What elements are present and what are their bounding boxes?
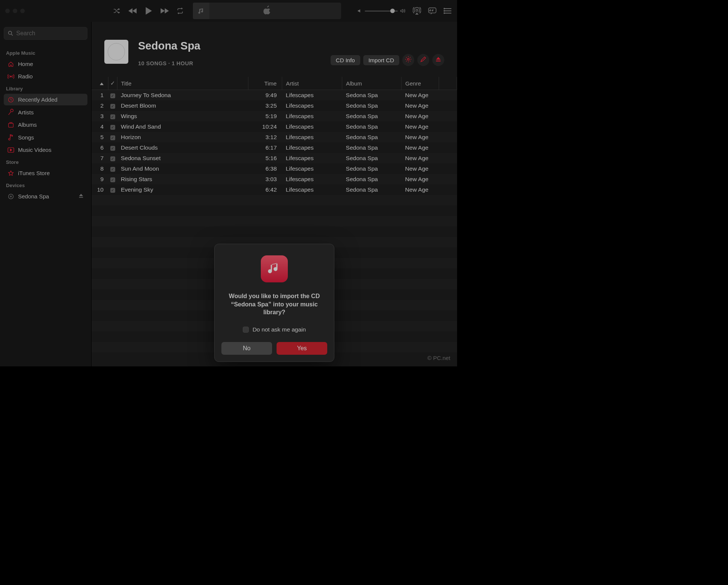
clock-icon xyxy=(8,97,14,103)
next-icon[interactable] xyxy=(160,8,169,14)
svg-point-4 xyxy=(444,13,445,14)
col-number[interactable] xyxy=(92,77,108,90)
table-row[interactable]: 5✓Horizon3:12LifescapesSedona SpaNew Age xyxy=(92,132,457,142)
col-title[interactable]: Title xyxy=(117,77,248,90)
sidebar-item-albums[interactable]: Albums xyxy=(4,119,87,130)
track-genre: New Age xyxy=(402,132,439,142)
radio-icon xyxy=(8,74,14,79)
table-row[interactable]: 2✓Desert Bloom3:25LifescapesSedona SpaNe… xyxy=(92,100,457,111)
edit-button[interactable] xyxy=(417,54,429,66)
track-genre: New Age xyxy=(402,164,439,174)
eject-icon xyxy=(435,57,441,63)
table-row[interactable]: 10✓Evening Sky6:42LifescapesSedona SpaNe… xyxy=(92,184,457,195)
now-playing-artwork xyxy=(193,3,209,19)
track-checked[interactable]: ✓ xyxy=(108,100,117,111)
play-icon[interactable] xyxy=(145,7,152,15)
search-field[interactable] xyxy=(4,27,87,40)
settings-button[interactable] xyxy=(402,54,414,66)
window-controls[interactable] xyxy=(5,9,25,13)
sidebar-item-recently-added[interactable]: Recently Added xyxy=(4,94,87,105)
table-row[interactable]: 3✓Wings5:19LifescapesSedona SpaNew Age xyxy=(92,111,457,122)
track-album: Sedona Spa xyxy=(342,111,402,122)
track-checked[interactable]: ✓ xyxy=(108,111,117,122)
table-row[interactable]: 7✓Sedona Sunset5:16LifescapesSedona SpaN… xyxy=(92,153,457,164)
col-time[interactable]: Time xyxy=(248,77,282,90)
queue-icon[interactable] xyxy=(444,8,452,14)
yes-button[interactable]: Yes xyxy=(277,342,327,355)
sidebar-item-label: Albums xyxy=(18,122,37,128)
album-title: Sedona Spa xyxy=(138,40,200,52)
search-input[interactable] xyxy=(16,30,83,37)
svg-point-2 xyxy=(444,8,445,9)
sidebar-item-label: Sedona Spa xyxy=(18,193,49,200)
do-not-ask-label: Do not ask me again xyxy=(253,326,306,333)
previous-icon[interactable] xyxy=(128,8,137,14)
track-checked[interactable]: ✓ xyxy=(108,164,117,174)
table-row[interactable]: 6✓Desert Clouds6:17LifescapesSedona SpaN… xyxy=(92,142,457,153)
table-row[interactable]: 1✓Journey To Sedona9:49LifescapesSedona … xyxy=(92,90,457,100)
track-artist: Lifescapes xyxy=(282,164,342,174)
track-genre: New Age xyxy=(402,142,439,153)
lyrics-icon[interactable] xyxy=(428,7,437,15)
svg-point-3 xyxy=(444,10,445,11)
track-time: 3:25 xyxy=(248,100,282,111)
shuffle-icon[interactable] xyxy=(113,8,121,14)
track-checked[interactable]: ✓ xyxy=(108,142,117,153)
track-time: 3:03 xyxy=(248,174,282,184)
sidebar-item-music-videos[interactable]: Music Videos xyxy=(4,144,87,156)
col-checked[interactable]: ✓ xyxy=(108,77,117,90)
sidebar-item-songs[interactable]: Songs xyxy=(4,131,87,143)
track-checked[interactable]: ✓ xyxy=(108,153,117,164)
track-artist: Lifescapes xyxy=(282,122,342,132)
do-not-ask-checkbox[interactable] xyxy=(243,327,249,333)
volume-slider[interactable] xyxy=(357,8,406,14)
table-row[interactable]: 8✓Sun And Moon6:38LifescapesSedona SpaNe… xyxy=(92,164,457,174)
track-album: Sedona Spa xyxy=(342,153,402,164)
track-number: 9 xyxy=(92,174,108,184)
track-genre: New Age xyxy=(402,111,439,122)
svg-point-11 xyxy=(9,194,14,199)
sidebar-item-cd[interactable]: Sedona Spa xyxy=(4,190,87,202)
track-number: 2 xyxy=(92,100,108,111)
track-title: Desert Bloom xyxy=(117,100,248,111)
track-time: 10:24 xyxy=(248,122,282,132)
video-icon xyxy=(8,147,14,153)
track-album: Sedona Spa xyxy=(342,164,402,174)
sidebar-item-itunes-store[interactable]: iTunes Store xyxy=(4,167,87,179)
track-number: 1 xyxy=(92,90,108,100)
star-icon xyxy=(8,170,14,176)
cd-info-button[interactable]: CD Info xyxy=(331,55,360,65)
table-row[interactable]: 9✓Rising Stars3:03LifescapesSedona SpaNe… xyxy=(92,174,457,184)
sidebar-item-radio[interactable]: Radio xyxy=(4,70,87,82)
volume-min-icon xyxy=(357,8,362,14)
volume-max-icon xyxy=(400,8,406,14)
eject-button[interactable] xyxy=(432,54,444,66)
col-extra[interactable] xyxy=(439,77,457,90)
track-checked[interactable]: ✓ xyxy=(108,184,117,195)
col-album[interactable]: Album xyxy=(342,77,402,90)
svg-point-5 xyxy=(8,31,12,34)
eject-icon[interactable] xyxy=(78,193,84,200)
dialog-message: Would you like to import the CD “Sedona … xyxy=(221,292,327,316)
track-time: 5:16 xyxy=(248,153,282,164)
repeat-icon[interactable] xyxy=(176,8,184,14)
track-checked[interactable]: ✓ xyxy=(108,132,117,142)
track-time: 9:49 xyxy=(248,90,282,100)
track-time: 6:17 xyxy=(248,142,282,153)
track-checked[interactable]: ✓ xyxy=(108,90,117,100)
track-checked[interactable]: ✓ xyxy=(108,174,117,184)
music-note-icon xyxy=(8,134,14,141)
search-icon xyxy=(8,30,13,36)
import-cd-button[interactable]: Import CD xyxy=(363,55,399,65)
sidebar-item-home[interactable]: Home xyxy=(4,58,87,70)
track-checked[interactable]: ✓ xyxy=(108,122,117,132)
col-genre[interactable]: Genre xyxy=(402,77,439,90)
table-row[interactable]: 4✓Wind And Sand10:24LifescapesSedona Spa… xyxy=(92,122,457,132)
titlebar xyxy=(0,0,457,22)
sidebar-item-artists[interactable]: Artists xyxy=(4,106,87,118)
col-artist[interactable]: Artist xyxy=(282,77,342,90)
track-title: Wings xyxy=(117,111,248,122)
track-artist: Lifescapes xyxy=(282,174,342,184)
airplay-icon[interactable] xyxy=(413,7,421,15)
no-button[interactable]: No xyxy=(221,342,272,355)
